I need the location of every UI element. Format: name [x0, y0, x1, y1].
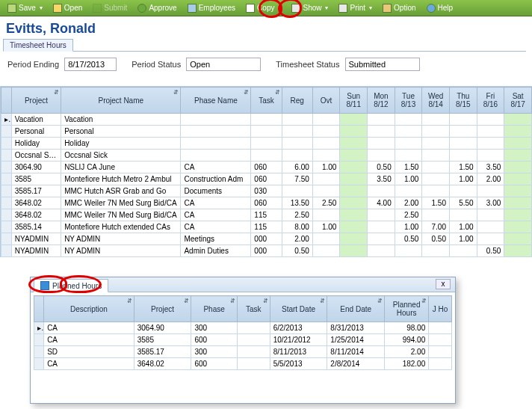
cell-day[interactable]: 2.00: [395, 197, 422, 209]
cell-day[interactable]: [368, 245, 395, 257]
table-row[interactable]: PersonalPersonal: [1, 126, 532, 138]
cell-day[interactable]: 4.00: [368, 197, 395, 209]
cell-day[interactable]: 1.00: [449, 221, 477, 233]
cell-project-name[interactable]: Montefiore Hutch extended CAs: [61, 221, 181, 233]
cell-day[interactable]: [395, 126, 422, 138]
cell-description[interactable]: CA: [44, 322, 134, 334]
cell-reg[interactable]: 13.50: [282, 197, 312, 209]
cell-task[interactable]: 060: [251, 197, 282, 209]
cell-project[interactable]: Occsnal Sick: [11, 150, 61, 162]
show-button[interactable]: Show▾: [287, 2, 332, 14]
col-task[interactable]: Task⇵: [251, 87, 282, 114]
cell-day[interactable]: 3.50: [368, 173, 395, 185]
cell-planned[interactable]: 98.00: [385, 322, 429, 334]
cell-project-name[interactable]: NY ADMIN: [61, 245, 181, 257]
cell-project[interactable]: 3585.17: [11, 185, 61, 197]
cell-day[interactable]: [449, 126, 477, 138]
popup-col-planned[interactable]: Planned Hours⇵: [385, 296, 429, 322]
col-phase-name[interactable]: Phase Name⇵: [181, 87, 251, 114]
cell-day[interactable]: 0.50: [477, 245, 504, 257]
popup-col-task[interactable]: Task⇵: [237, 296, 270, 322]
cell-day[interactable]: [449, 150, 477, 162]
cell-day[interactable]: [340, 221, 368, 233]
save-button[interactable]: Save▾: [3, 2, 47, 14]
cell-day[interactable]: [449, 138, 477, 150]
cell-day[interactable]: [477, 138, 504, 150]
cell-day[interactable]: [449, 245, 477, 257]
cell-phase-name[interactable]: Construction Adm: [181, 173, 251, 185]
table-row[interactable]: 3585Montefiore Hutch Metro 2 AmbulConstr…: [1, 173, 532, 185]
cell-description[interactable]: SD: [44, 346, 134, 358]
cell-end[interactable]: 1/25/2014: [327, 334, 385, 346]
cell-task[interactable]: [237, 358, 270, 370]
cell-ovt[interactable]: [312, 138, 340, 150]
cell-task[interactable]: 060: [251, 173, 282, 185]
col-sat[interactable]: Sat 8/17: [504, 87, 532, 114]
period-ending-input[interactable]: [64, 58, 117, 71]
cell-project[interactable]: NYADMIN: [11, 245, 61, 257]
table-row[interactable]: NYADMINNY ADMINMeetings0002.000.500.501.…: [1, 233, 532, 245]
cell-day[interactable]: [504, 138, 532, 150]
popup-col-description[interactable]: Description⇵: [44, 296, 134, 322]
cell-day[interactable]: [449, 185, 477, 197]
cell-day[interactable]: [395, 185, 422, 197]
cell-phase-name[interactable]: CA: [181, 209, 251, 221]
cell-project[interactable]: 3585.14: [11, 221, 61, 233]
cell-project[interactable]: 3585: [11, 173, 61, 185]
cell-day[interactable]: 3.50: [477, 162, 504, 173]
popup-col-start[interactable]: Start Date⇵: [270, 296, 327, 322]
col-ovt[interactable]: Ovt: [312, 87, 340, 114]
cell-task[interactable]: [251, 150, 282, 162]
col-project-name[interactable]: Project Name⇵: [61, 87, 181, 114]
cell-day[interactable]: 3.00: [477, 197, 504, 209]
cell-day[interactable]: 0.50: [368, 162, 395, 173]
cell-day[interactable]: [368, 233, 395, 245]
cell-project-name[interactable]: MMC Hutch ASR Grab and Go: [61, 185, 181, 197]
table-row[interactable]: ▸CA3064.903006/2/20138/31/201398.00: [34, 322, 452, 334]
cell-day[interactable]: 1.50: [422, 197, 450, 209]
option-button[interactable]: Option: [378, 2, 420, 14]
cell-description[interactable]: CA: [44, 358, 134, 370]
cell-task[interactable]: [237, 334, 270, 346]
cell-day[interactable]: [340, 209, 368, 221]
cell-day[interactable]: [504, 233, 532, 245]
cell-day[interactable]: [368, 114, 395, 126]
cell-reg[interactable]: 0.50: [282, 245, 312, 257]
cell-day[interactable]: [422, 126, 450, 138]
cell-task[interactable]: 000: [251, 233, 282, 245]
col-reg[interactable]: Reg: [282, 87, 312, 114]
cell-day[interactable]: [477, 233, 504, 245]
planned-hours-tab[interactable]: Planned Hours: [34, 279, 108, 292]
cell-task[interactable]: [237, 322, 270, 334]
cell-day[interactable]: [449, 209, 477, 221]
cell-ovt[interactable]: 1.00: [312, 162, 340, 173]
cell-day[interactable]: [477, 126, 504, 138]
cell-day[interactable]: [395, 138, 422, 150]
cell-jtd[interactable]: [429, 334, 452, 346]
cell-project[interactable]: 3585: [134, 334, 191, 346]
cell-day[interactable]: [422, 114, 450, 126]
cell-planned[interactable]: 182.00: [385, 358, 429, 370]
cell-day[interactable]: [340, 185, 368, 197]
cell-day[interactable]: [504, 209, 532, 221]
table-row[interactable]: Occsnal SickOccsnal Sick: [1, 150, 532, 162]
cell-reg[interactable]: [282, 114, 312, 126]
cell-day[interactable]: [504, 114, 532, 126]
cell-project[interactable]: 3585.17: [134, 346, 191, 358]
cell-phase-name[interactable]: Documents: [181, 185, 251, 197]
cell-phase-name[interactable]: Admin Duties: [181, 245, 251, 257]
cell-day[interactable]: [340, 233, 368, 245]
cell-reg[interactable]: [282, 150, 312, 162]
cell-project[interactable]: 3648.02: [11, 197, 61, 209]
cell-project-name[interactable]: NY ADMIN: [61, 233, 181, 245]
col-wed[interactable]: Wed 8/14: [422, 87, 450, 114]
popup-col-jtd[interactable]: J Ho: [429, 296, 452, 322]
table-row[interactable]: 3648.02MMC Weiler 7N Med Surg Bid/CACA11…: [1, 209, 532, 221]
cell-project[interactable]: Personal: [11, 126, 61, 138]
cell-jtd[interactable]: [429, 346, 452, 358]
employees-button[interactable]: Employees: [183, 2, 240, 14]
cell-day[interactable]: 1.00: [395, 173, 422, 185]
cell-day[interactable]: 1.00: [449, 233, 477, 245]
cell-day[interactable]: [504, 162, 532, 173]
cell-task[interactable]: 000: [251, 245, 282, 257]
